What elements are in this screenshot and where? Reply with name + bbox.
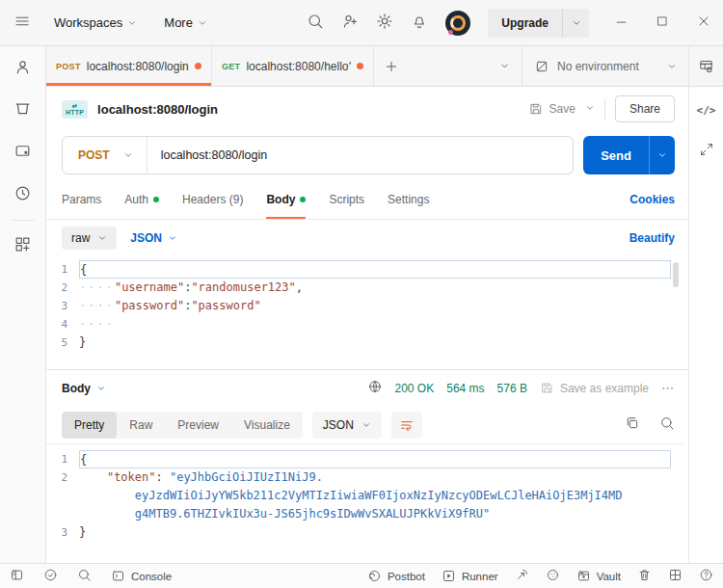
body-enabled-dot xyxy=(300,197,306,202)
method-selector[interactable]: POST xyxy=(63,148,147,162)
send-label: Send xyxy=(583,136,649,174)
response-size[interactable]: 576 B xyxy=(497,382,527,395)
view-pretty-button[interactable]: Pretty xyxy=(62,412,117,439)
tab-method-label: GET xyxy=(222,62,240,71)
beautify-link[interactable]: Beautify xyxy=(629,231,675,245)
no-environment-icon xyxy=(534,59,549,74)
response-language-label: JSON xyxy=(323,418,354,432)
more-menu[interactable]: More xyxy=(164,15,207,30)
cookies-link[interactable]: Cookies xyxy=(629,193,675,206)
sidebar-history-icon[interactable] xyxy=(0,172,45,214)
help-icon[interactable] xyxy=(699,568,713,584)
notifications-bell-icon[interactable] xyxy=(411,13,428,33)
runner-icon xyxy=(442,569,456,583)
share-button[interactable]: Share xyxy=(615,95,675,122)
capture-requests-icon[interactable] xyxy=(515,568,529,584)
sidebar-bin-icon[interactable] xyxy=(0,87,45,129)
tab-body[interactable]: Body xyxy=(266,179,306,219)
tab-params[interactable]: Params xyxy=(62,179,101,219)
response-time[interactable]: 564 ms xyxy=(446,382,484,395)
request-tab-login[interactable]: POST localhost:8080/login xyxy=(46,46,212,86)
upgrade-caret[interactable] xyxy=(562,9,589,38)
chevron-down-icon xyxy=(585,103,595,113)
editor-scrollbar[interactable] xyxy=(673,262,679,287)
postbot-label: Postbot xyxy=(388,571,425,582)
auth-enabled-dot xyxy=(153,197,159,202)
console-label: Console xyxy=(131,571,172,582)
window-minimize-button[interactable] xyxy=(614,14,629,32)
network-globe-icon[interactable] xyxy=(367,379,383,397)
user-avatar[interactable] xyxy=(445,11,470,36)
tab-headers[interactable]: Headers (9) xyxy=(182,179,243,219)
vault-button[interactable]: Vault xyxy=(576,569,621,583)
expand-panel-icon[interactable] xyxy=(699,142,714,160)
copy-icon[interactable] xyxy=(625,415,640,434)
sidebar-inbox-icon[interactable] xyxy=(0,129,45,172)
tab-strip-spacer xyxy=(409,46,488,86)
vault-icon xyxy=(576,569,591,583)
response-body-label: Body xyxy=(62,382,91,395)
tab-method-label: POST xyxy=(56,62,81,71)
response-language-selector[interactable]: JSON xyxy=(312,412,382,439)
more-options-icon[interactable]: ⋯ xyxy=(661,381,675,395)
word-wrap-toggle[interactable] xyxy=(391,412,422,439)
connection-status-icon[interactable] xyxy=(43,568,58,584)
toggle-sidebar-icon[interactable] xyxy=(10,568,24,584)
body-type-selector[interactable]: raw xyxy=(62,227,117,250)
response-body-viewer[interactable]: 1 { 2 "token": "eyJhbGciOiJIUzI1NiJ9. ey… xyxy=(46,443,688,563)
request-tab-hello[interactable]: GET localhost:8080/hello?To xyxy=(212,46,374,86)
code-snippet-icon[interactable]: </> xyxy=(697,104,716,117)
environment-quick-look-icon[interactable] xyxy=(689,46,723,87)
environment-selector[interactable]: No environment xyxy=(522,46,688,86)
search-response-icon[interactable] xyxy=(659,415,675,434)
chevron-down-icon xyxy=(123,150,133,160)
save-button[interactable]: Save xyxy=(528,101,576,117)
save-options-caret[interactable] xyxy=(585,102,595,116)
line-number: 3 xyxy=(46,300,79,312)
send-button[interactable]: Send xyxy=(583,136,675,174)
tab-list-caret[interactable] xyxy=(488,46,522,86)
trash-icon[interactable] xyxy=(637,568,652,584)
status-code[interactable]: 200 OK xyxy=(395,382,435,395)
view-visualize-button[interactable]: Visualize xyxy=(231,412,303,439)
url-input[interactable]: localhost:8080/login xyxy=(147,148,281,162)
line-number: 4 xyxy=(46,318,79,331)
tab-auth[interactable]: Auth xyxy=(124,179,159,219)
workspaces-menu[interactable]: Workspaces xyxy=(54,15,137,30)
upgrade-button[interactable]: Upgrade xyxy=(488,9,589,38)
console-icon xyxy=(111,569,125,583)
send-options-caret[interactable] xyxy=(649,136,675,174)
search-icon[interactable] xyxy=(307,13,324,33)
main-menu-icon[interactable] xyxy=(13,13,31,33)
runner-button[interactable]: Runner xyxy=(442,569,498,583)
request-section-tabs: Params Auth Headers (9) Body Scripts Set… xyxy=(46,179,688,220)
find-icon[interactable] xyxy=(77,568,92,584)
tab-scripts[interactable]: Scripts xyxy=(329,179,364,219)
body-type-label: raw xyxy=(71,231,90,245)
console-button[interactable]: Console xyxy=(111,569,172,583)
split-panes-icon[interactable] xyxy=(668,568,683,584)
response-body-selector[interactable]: Body xyxy=(62,382,106,395)
invite-user-icon[interactable] xyxy=(341,13,359,33)
viewer-line: 1 { xyxy=(46,450,679,468)
window-maximize-button[interactable] xyxy=(656,14,669,31)
tab-title: localhost:8080/hello?To xyxy=(246,60,351,73)
postbot-button[interactable]: Postbot xyxy=(367,569,425,583)
window-close-button[interactable] xyxy=(696,13,711,32)
view-preview-button[interactable]: Preview xyxy=(165,412,231,439)
tab-settings[interactable]: Settings xyxy=(388,179,429,219)
language-selector[interactable]: JSON xyxy=(130,231,177,245)
sidebar-user-icon[interactable] xyxy=(0,46,45,87)
new-tab-button[interactable] xyxy=(374,46,409,86)
settings-gear-icon[interactable] xyxy=(376,13,393,33)
chevron-down-icon xyxy=(572,18,581,28)
line-number: 2 xyxy=(46,281,79,294)
request-body-editor[interactable]: 1 { 2 ····"username":"randomuser123", 3 … xyxy=(46,256,688,369)
editor-line: 2 ····"username":"randomuser123", xyxy=(46,279,679,297)
save-as-example-button[interactable]: Save as example xyxy=(540,381,649,395)
view-raw-button[interactable]: Raw xyxy=(117,412,165,439)
request-title: localhost:8080/login xyxy=(97,102,218,117)
cookies-icon[interactable] xyxy=(546,568,560,584)
sidebar-new-icon[interactable] xyxy=(0,227,45,261)
response-toolbar: Pretty Raw Preview Visualize JSON xyxy=(46,406,688,443)
